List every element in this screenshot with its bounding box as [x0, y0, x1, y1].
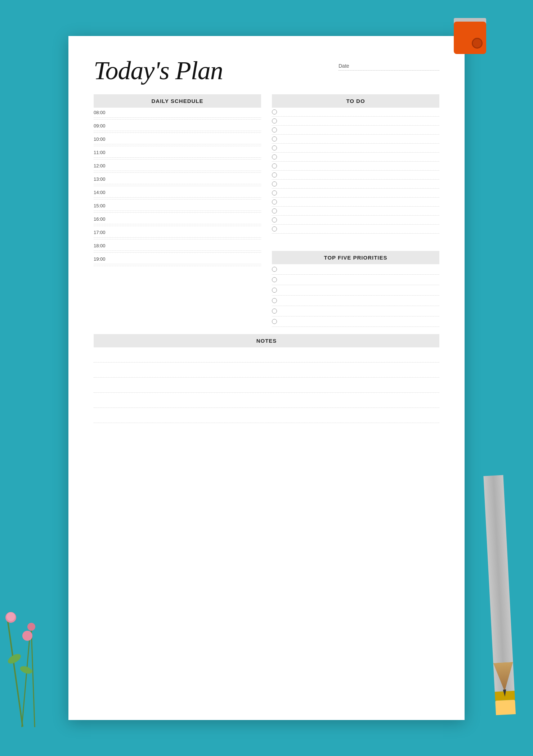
todo-circle [272, 145, 277, 150]
todo-item-12[interactable] [272, 207, 439, 216]
priority-circle [272, 298, 277, 303]
date-line[interactable] [339, 70, 439, 71]
todo-circle [272, 172, 277, 177]
priorities-section: TOP FIVE PRIORITIES [272, 251, 439, 327]
time-block-1400: 14:00 [94, 188, 261, 199]
todo-item-6[interactable] [272, 153, 439, 162]
notes-line-1[interactable] [94, 347, 439, 363]
priority-circle [272, 288, 277, 293]
time-block-1100: 11:00 [94, 148, 261, 159]
priority-item-3[interactable] [272, 285, 439, 296]
time-block-1900: 19:00 [94, 254, 261, 266]
time-block-1000: 10:00 [94, 134, 261, 146]
time-block-1700: 17:00 [94, 228, 261, 239]
right-column: TO DO [272, 94, 439, 327]
todo-item-4[interactable] [272, 135, 439, 144]
priority-circle [272, 277, 277, 282]
page-title: Today's Plan [94, 58, 223, 84]
todo-item-10[interactable] [272, 189, 439, 198]
todo-circle [272, 217, 277, 222]
todo-circle [272, 118, 277, 123]
todo-header: TO DO [272, 94, 439, 108]
priority-item-2[interactable] [272, 275, 439, 285]
date-section: Date [339, 58, 439, 71]
time-block-1200: 12:00 [94, 161, 261, 173]
notes-line-2[interactable] [94, 363, 439, 378]
todo-circle [272, 163, 277, 168]
todo-item-13[interactable] [272, 216, 439, 225]
todo-circle [272, 136, 277, 141]
todo-item-11[interactable] [272, 198, 439, 207]
notes-line-5[interactable] [94, 408, 439, 423]
priority-item-4[interactable] [272, 296, 439, 306]
notes-lines [94, 347, 439, 423]
todo-item-5[interactable] [272, 144, 439, 153]
header: Today's Plan Date [94, 58, 439, 84]
time-block-1800: 18:00 [94, 241, 261, 253]
notes-section: NOTES [94, 334, 439, 423]
spacer [272, 234, 439, 251]
pencil-sharpener-decoration [454, 22, 486, 61]
time-block-0800: 08:00 [94, 108, 261, 120]
priority-item-1[interactable] [272, 264, 439, 275]
todo-item-2[interactable] [272, 117, 439, 126]
priority-circle [272, 309, 277, 314]
daily-schedule-column: DAILY SCHEDULE 08:00 09:00 10:00 [94, 94, 261, 327]
time-block-1600: 16:00 [94, 214, 261, 226]
priorities-header: TOP FIVE PRIORITIES [272, 251, 439, 264]
todo-item-8[interactable] [272, 171, 439, 180]
content-columns: DAILY SCHEDULE 08:00 09:00 10:00 [94, 94, 439, 327]
todo-circle [272, 127, 277, 132]
todo-circle [272, 226, 277, 231]
priority-circle [272, 267, 277, 272]
time-block-0900: 09:00 [94, 121, 261, 133]
todo-circle [272, 154, 277, 159]
todo-circle [272, 190, 277, 195]
paper: Today's Plan Date DAILY SCHEDULE 08:00 0… [68, 36, 465, 720]
flowers-decoration [0, 576, 58, 727]
priority-item-5[interactable] [272, 306, 439, 316]
notes-line-3[interactable] [94, 378, 439, 393]
time-block-1500: 15:00 [94, 201, 261, 213]
daily-schedule-header: DAILY SCHEDULE [94, 94, 261, 108]
todo-circle [272, 109, 277, 114]
todo-item-7[interactable] [272, 162, 439, 171]
priority-item-6[interactable] [272, 316, 439, 327]
todo-circle [272, 181, 277, 186]
todo-item-9[interactable] [272, 180, 439, 189]
notes-line-4[interactable] [94, 393, 439, 408]
todo-item-14[interactable] [272, 225, 439, 234]
todo-item-1[interactable] [272, 108, 439, 117]
pencil-decoration [478, 475, 522, 735]
time-block-1300: 13:00 [94, 174, 261, 186]
priority-circle [272, 319, 277, 324]
todo-item-3[interactable] [272, 126, 439, 135]
todo-circle [272, 208, 277, 213]
todo-circle [272, 199, 277, 204]
todo-section: TO DO [272, 94, 439, 234]
notes-header: NOTES [94, 334, 439, 347]
